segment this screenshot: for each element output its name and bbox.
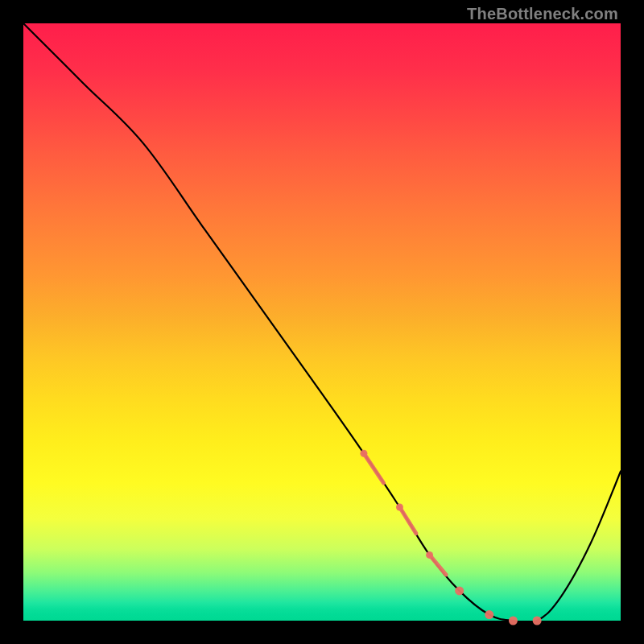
highlight-segment xyxy=(430,555,446,574)
highlight-dot xyxy=(455,586,464,595)
highlight-dot xyxy=(509,617,518,625)
chart-frame: TheBottleneck.com xyxy=(0,0,644,644)
highlight-segment xyxy=(364,453,383,483)
highlight-markers xyxy=(360,450,541,625)
highlight-dot xyxy=(533,617,542,625)
chart-overlay xyxy=(23,23,621,621)
highlight-dot xyxy=(485,610,493,619)
bottleneck-curve xyxy=(23,23,621,623)
highlight-segment xyxy=(399,507,415,534)
watermark-text: TheBottleneck.com xyxy=(467,5,618,23)
